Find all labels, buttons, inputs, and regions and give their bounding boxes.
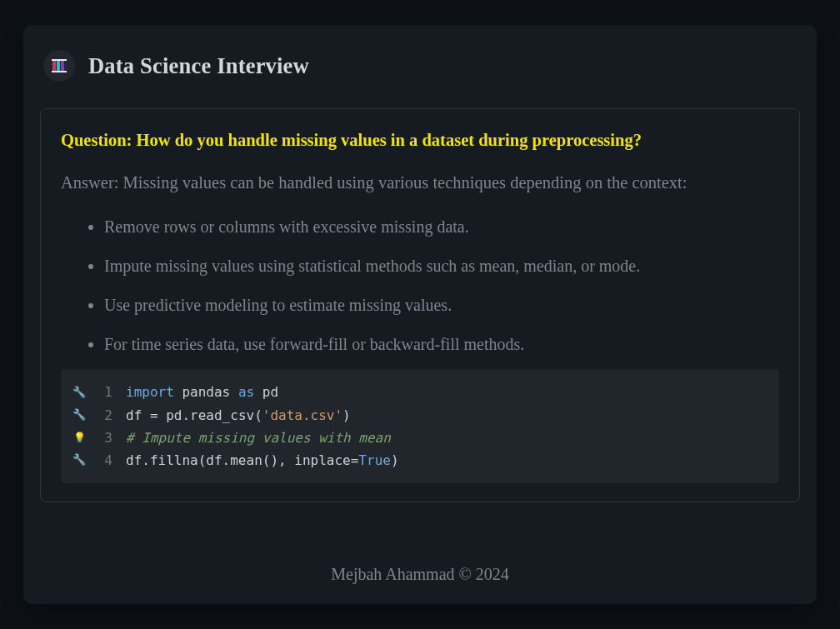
code-line: 🔧4df.fillna(df.mean(), inplace=True) — [72, 449, 766, 472]
header: Data Science Interview — [40, 50, 800, 82]
list-item: Use predictive modeling to estimate miss… — [104, 294, 779, 317]
list-item: Remove rows or columns with excessive mi… — [104, 216, 779, 238]
code-block: 🔧1import pandas as pd🔧2df = pd.read_csv(… — [61, 369, 779, 483]
question-body: How do you handle missing values in a da… — [137, 131, 642, 149]
list-item: Impute missing values using statistical … — [104, 255, 779, 277]
code-text: df.fillna(df.mean(), inplace=True) — [126, 449, 399, 472]
qa-container: Question: How do you handle missing valu… — [40, 108, 800, 502]
main-card: Data Science Interview Question: How do … — [23, 25, 817, 604]
wrench-icon: 🔧 — [72, 383, 86, 402]
code-line: 🔧2df = pd.read_csv('data.csv') — [72, 404, 766, 427]
code-text: df = pd.read_csv('data.csv') — [126, 404, 351, 427]
svg-rect-2 — [61, 60, 64, 72]
code-text: import pandas as pd — [126, 381, 278, 403]
answer-prefix: Answer: — [61, 173, 118, 192]
svg-rect-0 — [52, 60, 56, 72]
answer-list: Remove rows or columns with excessive mi… — [61, 216, 779, 356]
svg-rect-4 — [52, 71, 67, 72]
question-text: Question: How do you handle missing valu… — [61, 129, 779, 152]
line-number: 4 — [96, 449, 112, 472]
question-prefix: Question: — [61, 131, 132, 149]
answer-intro: Answer: Missing values can be handled us… — [61, 171, 779, 195]
logo-icon — [43, 50, 75, 82]
line-number: 3 — [96, 427, 112, 449]
wrench-icon: 🔧 — [72, 406, 86, 424]
wrench-icon: 🔧 — [72, 451, 86, 469]
code-line: 💡3# Impute missing values with mean — [72, 427, 766, 449]
line-number: 1 — [96, 381, 112, 403]
bulb-icon: 💡 — [72, 429, 86, 446]
answer-intro-text: Missing values can be handled using vari… — [123, 173, 688, 192]
svg-rect-3 — [52, 59, 67, 61]
page-title: Data Science Interview — [88, 53, 309, 79]
svg-rect-1 — [57, 60, 60, 72]
code-line: 🔧1import pandas as pd — [72, 381, 766, 403]
list-item: For time series data, use forward-fill o… — [104, 333, 779, 356]
line-number: 2 — [96, 404, 112, 427]
footer-text: Mejbah Ahammad © 2024 — [40, 543, 800, 584]
code-text: # Impute missing values with mean — [126, 427, 391, 449]
